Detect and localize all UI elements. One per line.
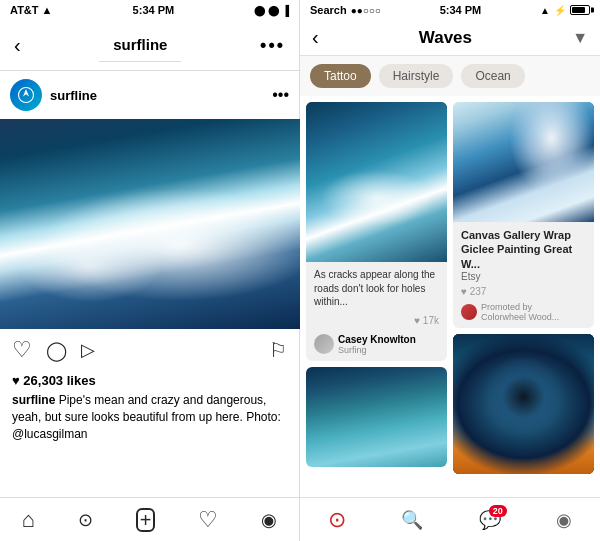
status-right: ▲ ⚡ — [540, 5, 590, 16]
likes-count: ♥ 26,303 likes — [0, 371, 299, 390]
pin-promoted-info: Promoted by Colorwheel Wood... — [453, 299, 594, 328]
ig-nav-header: ‹ surfline ••• — [0, 20, 299, 71]
avatar — [10, 79, 42, 111]
status-left: Search ●●○○○ — [310, 4, 381, 16]
message-badge: 20 — [489, 505, 507, 517]
bookmark-button[interactable]: ⚐ — [269, 338, 287, 362]
carrier-signal: AT&T ▲ — [10, 4, 52, 16]
pin-image-tunnel — [453, 334, 594, 474]
instagram-bottom-nav: ⌂ ⊙ + ♡ ◉ — [0, 497, 299, 541]
pinterest-search-nav[interactable]: 🔍 — [401, 509, 423, 531]
pin-column-right: Canvas Gallery Wrap Giclee Painting Grea… — [453, 102, 594, 491]
category-hairstyle[interactable]: Hairstyle — [379, 64, 454, 88]
more-options-button[interactable]: ••• — [260, 35, 285, 56]
pins-grid: As cracks appear along the roads don't l… — [300, 96, 600, 497]
comment-button[interactable]: ◯ — [46, 339, 67, 362]
time-right: 5:34 PM — [440, 4, 482, 16]
category-ocean[interactable]: Ocean — [461, 64, 524, 88]
post-caption: surfline Pipe's mean and crazy and dange… — [0, 390, 299, 446]
pin-image-hokusai — [453, 102, 594, 222]
back-button[interactable]: ‹ — [14, 34, 21, 57]
pin-canvas-source: Etsy — [461, 271, 586, 282]
promoted-label: Promoted by — [481, 302, 532, 312]
pinterest-messages-nav[interactable]: 💬 20 — [479, 509, 501, 531]
signal-dots: ●●○○○ — [351, 5, 381, 16]
status-bar-right: Search ●●○○○ 5:34 PM ▲ ⚡ — [300, 0, 600, 20]
likes-nav[interactable]: ♡ — [198, 507, 218, 533]
wave-image — [0, 119, 300, 329]
post-username: surfline — [50, 88, 97, 103]
action-buttons-left: ♡ ◯ ▷ — [12, 337, 95, 363]
category-filter-row: Tattoo Hairstyle Ocean — [300, 56, 600, 96]
post-more-button[interactable]: ••• — [272, 86, 289, 104]
pin-canvas-count: ♥ 237 — [453, 286, 594, 299]
pinterest-back-button[interactable]: ‹ — [312, 26, 319, 49]
pin-card-3[interactable] — [306, 367, 447, 467]
wifi-icon: ▲ — [540, 5, 550, 16]
bluetooth-icon: ⚡ — [554, 5, 566, 16]
search-nav[interactable]: ⊙ — [78, 509, 93, 531]
time-left: 5:34 PM — [133, 4, 175, 16]
battery-icon — [570, 5, 590, 15]
battery-status: ⬤ ⬤ ▐ — [254, 5, 289, 16]
pinterest-header: ‹ Waves ▼ — [300, 20, 600, 56]
ig-post-header: surfline ••• — [0, 71, 299, 119]
like-button[interactable]: ♡ — [12, 337, 32, 363]
pin-card-1[interactable]: As cracks appear along the roads don't l… — [306, 102, 447, 361]
caption-username: surfline — [12, 393, 55, 407]
share-button[interactable]: ▷ — [81, 339, 95, 361]
pin-column-left: As cracks appear along the roads don't l… — [306, 102, 447, 491]
home-nav[interactable]: ⌂ — [22, 507, 35, 533]
add-nav[interactable]: + — [136, 508, 156, 532]
pin-user-info: Casey Knowlton Surfing — [306, 330, 447, 361]
pin-canvas-info: Canvas Gallery Wrap Giclee Painting Grea… — [453, 222, 594, 286]
filter-button[interactable]: ▼ — [572, 29, 588, 47]
pin-card-canvas[interactable]: Canvas Gallery Wrap Giclee Painting Grea… — [453, 102, 594, 328]
pin-image-wave-1 — [306, 102, 447, 262]
ig-username-title: surfline — [99, 28, 181, 62]
pinterest-home-nav[interactable]: ⊙ — [328, 507, 346, 533]
instagram-panel: AT&T ▲ 5:34 PM ⬤ ⬤ ▐ ‹ surfline ••• surf… — [0, 0, 300, 541]
promoter-name: Colorwheel Wood... — [481, 312, 559, 322]
pin-user-tag: Surfing — [338, 345, 416, 355]
status-bar-left: AT&T ▲ 5:34 PM ⬤ ⬤ ▐ — [0, 0, 299, 20]
post-user-info: surfline — [10, 79, 97, 111]
pin-count: ♥ 17k — [306, 315, 447, 330]
pin-image-wave-3 — [306, 367, 447, 467]
pin-avatar — [314, 334, 334, 354]
category-tattoo[interactable]: Tattoo — [310, 64, 371, 88]
search-label: Search — [310, 4, 347, 16]
pinterest-page-title: Waves — [419, 28, 472, 48]
pin-username: Casey Knowlton — [338, 334, 416, 345]
profile-nav[interactable]: ◉ — [261, 509, 277, 531]
promo-avatar — [461, 304, 477, 320]
pinterest-profile-nav[interactable]: ◉ — [556, 509, 572, 531]
pin-card-tunnel[interactable] — [453, 334, 594, 474]
pin-canvas-title: Canvas Gallery Wrap Giclee Painting Grea… — [461, 228, 586, 271]
post-image — [0, 119, 300, 329]
pinterest-bottom-nav: ⊙ 🔍 💬 20 ◉ — [300, 497, 600, 541]
pinterest-panel: Search ●●○○○ 5:34 PM ▲ ⚡ ‹ Waves ▼ Tatto… — [300, 0, 600, 541]
pin-caption: As cracks appear along the roads don't l… — [306, 262, 447, 315]
post-actions: ♡ ◯ ▷ ⚐ — [0, 329, 299, 371]
